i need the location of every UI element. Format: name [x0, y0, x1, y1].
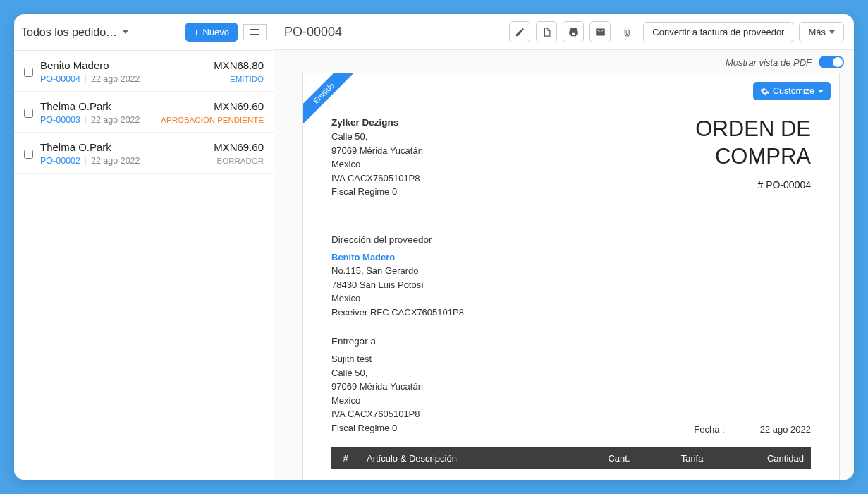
status-badge: BORRADOR: [217, 157, 264, 165]
cell-desc: Onyx Vase: [360, 469, 566, 480]
document-title-line: ORDEN DE: [695, 116, 811, 143]
envelope-icon: [595, 27, 606, 37]
row-checkbox[interactable]: [24, 61, 33, 84]
new-button[interactable]: + Nuevo: [185, 23, 238, 42]
toggle-knob: [833, 57, 843, 67]
deliver-line: Mexico: [331, 394, 423, 408]
po-date: 22 ago 2022: [91, 115, 140, 125]
filter-dropdown[interactable]: Todos los pedido…: [21, 23, 180, 42]
convert-button-label: Convertir a factura de proveedor: [652, 27, 784, 37]
vendor-name: Thelma O.Park: [40, 100, 111, 112]
cell-qty: 1.00: [566, 469, 637, 480]
document-title-block: ORDEN DE COMPRA # PO-00004: [695, 116, 811, 199]
edit-button[interactable]: [509, 21, 530, 42]
list-item-body: Thelma O.Park MXN69.60 PO-00002 22 ago 2…: [40, 141, 264, 166]
po-link[interactable]: PO-00004: [40, 74, 80, 84]
col-num: #: [331, 447, 360, 469]
pdf-toggle-label: Mostrar vista de PDF: [726, 57, 812, 68]
cell-rate: 10.00: [637, 469, 711, 480]
date-row: Fecha : 22 ago 2022: [694, 424, 811, 435]
main: PO-00004 Convertir a factura de proveedo…: [274, 14, 854, 480]
company-block: Zylker Dezigns Calle 50, 97069 Mérida Yu…: [331, 116, 423, 199]
main-header: PO-00004 Convertir a factura de proveedo…: [274, 14, 854, 50]
pdf-toggle[interactable]: [819, 56, 844, 68]
col-rate: Tarifa: [637, 447, 711, 469]
deliver-line: 97069 Mérida Yucatán: [331, 380, 423, 394]
customize-button[interactable]: Customize: [753, 82, 831, 100]
list-item[interactable]: Thelma O.Park MXN69.60 PO-00003 22 ago 2…: [14, 92, 274, 133]
status-badge: EMITIDO: [230, 75, 264, 83]
pencil-icon: [515, 27, 525, 37]
vendor-name: Thelma O.Park: [40, 141, 111, 153]
file-pdf-icon: [542, 27, 552, 37]
cell-num: 1: [331, 469, 360, 480]
convert-button[interactable]: Convertir a factura de proveedor: [643, 22, 793, 42]
po-date: 22 ago 2022: [91, 74, 140, 84]
vendor-section-label: Dirección del proveedor: [331, 234, 811, 245]
table-row: 1 Onyx Vase 1.00 10.00 10.00: [331, 469, 811, 480]
vendor-line: Mexico: [331, 291, 811, 306]
deliver-section-label: Entregar a: [331, 336, 811, 347]
col-amount: Cantidad: [710, 447, 811, 469]
company-line: Fiscal Regime 0: [331, 185, 423, 199]
row-checkbox[interactable]: [24, 102, 33, 125]
company-line: Calle 50,: [331, 130, 423, 144]
vendor-line: No.115, San Gerardo: [331, 264, 811, 278]
more-button[interactable]: Más: [799, 22, 844, 42]
pdf-toggle-row: Mostrar vista de PDF: [274, 50, 854, 73]
po-link[interactable]: PO-00002: [40, 156, 80, 166]
mail-button[interactable]: [589, 21, 611, 42]
list-item-body: Benito Madero MXN68.80 PO-00004 22 ago 2…: [40, 59, 264, 84]
company-line: IVA CACX7605101P8: [331, 171, 423, 186]
document-number: # PO-00004: [695, 179, 811, 191]
list-options-button[interactable]: [243, 24, 267, 40]
list-item[interactable]: Thelma O.Park MXN69.60 PO-00002 22 ago 2…: [14, 133, 274, 174]
document-title-line: COMPRA: [695, 143, 811, 171]
deliver-line: IVA CACX7605101P8: [331, 407, 423, 421]
deliver-line: Sujith test: [331, 352, 423, 366]
list-item[interactable]: Benito Madero MXN68.80 PO-00004 22 ago 2…: [14, 51, 274, 92]
plus-icon: +: [194, 27, 200, 37]
print-button[interactable]: [563, 21, 584, 42]
amount: MXN69.60: [214, 100, 264, 112]
deliver-address: Sujith test Calle 50, 97069 Mérida Yucat…: [331, 352, 423, 435]
deliver-line: Calle 50,: [331, 366, 423, 380]
po-link[interactable]: PO-00003: [40, 115, 80, 125]
vendor-line: Receiver RFC CACX7605101P8: [331, 306, 811, 320]
paperclip-icon: [622, 27, 632, 37]
more-button-label: Más: [808, 27, 826, 37]
separator: [85, 75, 86, 83]
col-qty: Cant.: [566, 447, 637, 469]
cell-amount: 10.00: [710, 469, 811, 480]
purchase-order-document: Emitido Customize Zylker Dezigns Calle 5…: [302, 73, 840, 480]
printer-icon: [568, 27, 579, 37]
document-area[interactable]: Emitido Customize Zylker Dezigns Calle 5…: [274, 73, 854, 480]
chevron-down-icon: [818, 90, 824, 93]
sidebar-header: Todos los pedido… + Nuevo: [14, 14, 274, 51]
status-ribbon: Emitido: [303, 73, 354, 124]
items-table: # Artículo & Descripción Cant. Tarifa Ca…: [331, 447, 811, 480]
deliver-line: Fiscal Regime 0: [331, 421, 423, 435]
separator: [85, 157, 86, 165]
date-label: Fecha :: [694, 424, 724, 435]
amount: MXN69.60: [214, 141, 264, 153]
row-checkbox[interactable]: [24, 143, 33, 166]
list-item-body: Thelma O.Park MXN69.60 PO-00003 22 ago 2…: [40, 100, 264, 125]
gear-icon: [760, 87, 769, 96]
company-line: Mexico: [331, 157, 423, 171]
chevron-down-icon: [829, 30, 835, 34]
po-date: 22 ago 2022: [91, 156, 140, 166]
date-value: 22 ago 2022: [760, 424, 811, 435]
pdf-button[interactable]: [536, 21, 557, 42]
vendor-name: Benito Madero: [331, 251, 811, 265]
table-header-row: # Artículo & Descripción Cant. Tarifa Ca…: [331, 447, 811, 469]
status-badge: APROBACIÓN PENDIENTE: [161, 116, 264, 124]
page-title: PO-00004: [284, 25, 503, 40]
document-header: Zylker Dezigns Calle 50, 97069 Mérida Yu…: [331, 116, 811, 199]
sidebar: Todos los pedido… + Nuevo Benito Madero …: [14, 14, 274, 480]
po-list: Benito Madero MXN68.80 PO-00004 22 ago 2…: [14, 51, 274, 174]
app-frame: Todos los pedido… + Nuevo Benito Madero …: [14, 14, 854, 480]
attach-button[interactable]: [616, 21, 637, 42]
company-line: 97069 Mérida Yucatán: [331, 144, 423, 158]
separator: [85, 116, 86, 124]
